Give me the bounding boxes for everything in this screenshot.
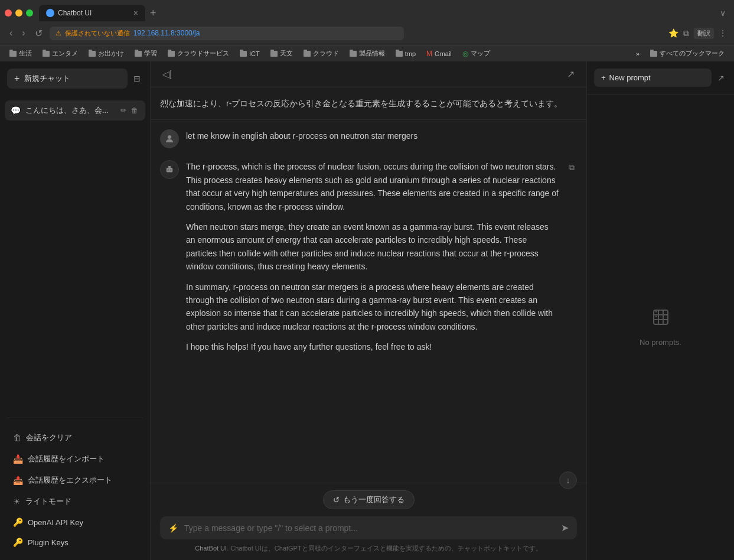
chat-main: ◁| ↗ 烈な加速により、r-プロセスの反応から引き金となる重元素を生成するるこ… <box>151 61 586 560</box>
apikey-label: OpenAI API Key <box>28 518 83 527</box>
bookmark-label: エンタメ <box>52 49 78 58</box>
bookmark-label: Gmail <box>435 50 452 57</box>
svg-point-0 <box>168 135 171 139</box>
bookmark-生活[interactable]: 生活 <box>5 48 37 59</box>
refresh-button[interactable]: ↺ <box>32 28 45 39</box>
chat-bubble-icon: 💬 <box>11 106 21 115</box>
sidebar: + 新規チャット ⊟ 💬 こんにちは、さあ、会... ✏ 🗑 🗑 会話をクリア <box>0 61 151 560</box>
bookmarks-more-button[interactable]: » <box>631 49 644 58</box>
expand-right-panel-button[interactable]: ↗ <box>715 71 727 85</box>
new-tab-button[interactable]: + <box>145 7 161 19</box>
chat-input-area: ⚡ ➤ <box>160 516 577 539</box>
bookmark-label: 生活 <box>19 49 32 58</box>
new-prompt-button[interactable]: + New prompt <box>594 69 712 87</box>
svg-point-4 <box>170 170 171 171</box>
bookmark-label: ICT <box>249 50 260 57</box>
lightmode-label: ライトモード <box>25 496 71 507</box>
right-panel-header: + New prompt ↗ <box>587 61 734 95</box>
address-field[interactable]: ⚠ 保護されていない通信 192.168.11.8:3000/ja <box>50 27 404 40</box>
bookmark-クラウドサービス[interactable]: クラウドサービス <box>163 48 234 59</box>
traffic-light-green[interactable] <box>26 9 33 17</box>
folder-icon <box>135 51 142 57</box>
sidebar-bottom: 🗑 会話をクリア 📥 会話履歴をインポート 📤 会話履歴をエクスポート ☀ ライ… <box>0 423 150 560</box>
sidebar-layout-button[interactable]: ⊟ <box>131 71 143 86</box>
footer-link[interactable]: ChatBot UI <box>195 545 227 552</box>
maps-icon: ◎ <box>462 50 468 58</box>
bookmark-label: クラウド <box>313 49 339 58</box>
bookmark-button[interactable]: ⭐ <box>668 28 678 38</box>
collapse-tabs-button[interactable]: ∨ <box>716 8 729 18</box>
bookmark-all[interactable]: すべてのブックマーク <box>645 48 729 59</box>
send-button[interactable]: ➤ <box>561 522 569 533</box>
new-chat-button[interactable]: + 新規チャット <box>7 69 128 89</box>
traffic-light-yellow[interactable] <box>15 9 22 17</box>
user-icon <box>164 134 175 144</box>
bookmark-label: 天文 <box>280 49 293 58</box>
svg-point-3 <box>168 170 169 171</box>
bookmark-製品情報[interactable]: 製品情報 <box>345 48 390 59</box>
chat-messages: let me know in english about r-process o… <box>151 120 586 483</box>
traffic-lights <box>5 9 33 17</box>
svg-rect-1 <box>167 168 173 172</box>
bookmark-エンタメ[interactable]: エンタメ <box>38 48 83 59</box>
import-label: 会話履歴をインポート <box>28 454 105 464</box>
bookmark-お出かけ[interactable]: お出かけ <box>84 48 129 59</box>
bookmark-label: 学習 <box>144 49 157 58</box>
sidebar-item-import[interactable]: 📥 会話履歴をインポート <box>7 449 143 469</box>
bookmark-天文[interactable]: 天文 <box>266 48 298 59</box>
chat-input[interactable] <box>184 523 555 533</box>
more-label: » <box>636 50 640 57</box>
bot-message: The r-process, which is the process of n… <box>160 160 577 353</box>
edit-chat-button[interactable]: ✏ <box>119 105 128 116</box>
user-message-text: let me know in english about r-process o… <box>186 129 577 148</box>
bookmark-label: クラウドサービス <box>177 49 229 58</box>
gmail-icon: M <box>426 50 432 58</box>
back-button[interactable]: ‹ <box>7 28 15 38</box>
extensions-button[interactable]: ⧉ <box>683 28 689 38</box>
bookmark-クラウド[interactable]: クラウド <box>299 48 344 59</box>
active-tab[interactable]: Chatbot UI × <box>39 5 145 21</box>
copy-message-button[interactable]: ⧉ <box>566 160 577 175</box>
sidebar-item-lightmode[interactable]: ☀ ライトモード <box>7 491 143 512</box>
bookmark-label: お出かけ <box>98 49 124 58</box>
bookmark-label: すべてのブックマーク <box>660 49 725 58</box>
address-text: 192.168.11.8:3000/ja <box>133 29 200 37</box>
tab-close-button[interactable]: × <box>133 8 138 18</box>
sidebar-item-clear[interactable]: 🗑 会話をクリア <box>7 428 143 448</box>
pluginkeys-label: Plugin Keys <box>28 538 68 547</box>
security-label: 保護されていない通信 <box>65 29 130 38</box>
truncated-text: 烈な加速により、r-プロセスの反応から引き金となる重元素を生成するることが可能で… <box>160 99 562 108</box>
browser-chrome: Chatbot UI × + ∨ ‹ › ↺ ⚠ 保護されていない通信 192.… <box>0 0 734 61</box>
chat-history: 💬 こんにちは、さあ、会... ✏ 🗑 <box>0 96 150 413</box>
folder-icon <box>43 51 50 57</box>
no-prompts-area: No prompts. <box>587 95 734 560</box>
trash-icon: 🗑 <box>13 433 21 442</box>
scroll-to-bottom-button[interactable]: ↓ <box>559 471 577 489</box>
bookmark-ict[interactable]: ICT <box>235 49 265 58</box>
bookmark-tmp[interactable]: tmp <box>391 49 420 58</box>
sidebar-item-apikey[interactable]: 🔑 OpenAI API Key <box>7 513 143 532</box>
bot-paragraph-4: I hope this helps! If you have any furth… <box>186 340 559 353</box>
sidebar-item-pluginkeys[interactable]: 🔑 Plugin Keys <box>7 533 143 552</box>
folder-icon <box>396 51 403 57</box>
folder-icon <box>9 51 17 57</box>
bot-icon <box>164 164 175 175</box>
sidebar-top: + 新規チャット ⊟ <box>0 61 150 96</box>
collapse-sidebar-button[interactable]: ◁| <box>160 66 174 82</box>
chat-footer: ↺ もう一度回答する ⚡ ➤ ChatBot UI. Chatbot UIは、C… <box>151 483 586 560</box>
translate-button[interactable]: 翻訳 <box>694 28 714 39</box>
forward-button[interactable]: › <box>19 28 27 38</box>
no-prompts-icon <box>651 308 670 331</box>
svg-rect-2 <box>168 166 171 168</box>
traffic-light-red[interactable] <box>5 9 12 17</box>
sidebar-item-export[interactable]: 📤 会話履歴をエクスポート <box>7 470 143 490</box>
delete-chat-button[interactable]: 🗑 <box>130 105 139 116</box>
bookmark-maps[interactable]: ◎ マップ <box>458 48 495 59</box>
menu-button[interactable]: ⋮ <box>719 28 727 38</box>
chat-history-item[interactable]: 💬 こんにちは、さあ、会... ✏ 🗑 <box>5 100 145 121</box>
bookmark-学習[interactable]: 学習 <box>130 48 162 59</box>
plus-icon: + <box>601 73 606 82</box>
expand-chat-button[interactable]: ↗ <box>565 66 577 82</box>
bookmark-gmail[interactable]: M Gmail <box>422 48 456 59</box>
regenerate-button[interactable]: ↺ もう一度回答する <box>323 490 415 509</box>
